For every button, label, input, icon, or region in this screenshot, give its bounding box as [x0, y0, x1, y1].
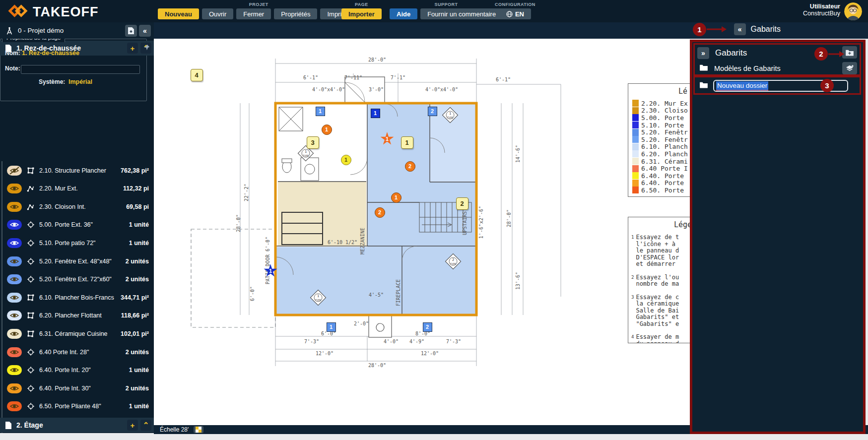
visibility-eye-icon[interactable] [7, 311, 22, 320]
add-takeoff-button[interactable]: + [127, 43, 138, 54]
note-marker[interactable]: 4 [191, 69, 203, 81]
user-block[interactable]: Utilisateur ConstructBuy [803, 3, 840, 17]
item-label: 6.31. Céramique Cuisine [39, 330, 121, 337]
propri-t-s-button[interactable]: Propriétés [274, 8, 317, 19]
scale-checkerboard-icon[interactable] [194, 426, 203, 433]
window-count-marker[interactable]: 2 [423, 322, 432, 332]
item-label: 2.20. Mur Ext. [39, 185, 123, 192]
add-template-button[interactable] [842, 62, 857, 74]
door-count-marker[interactable]: 2 [405, 161, 415, 172]
app-window: TAKEOFF PROJETNouveauOuvrirFermerProprié… [0, 0, 868, 440]
fournir-un-commentaire-button[interactable]: Fournir un commentaire [420, 8, 503, 19]
takeoff-item[interactable]: 6.20. Plancher Flottant118,66 pi² [0, 307, 154, 325]
note-marker[interactable]: 2 [456, 197, 468, 210]
visibility-eye-icon[interactable] [7, 238, 22, 248]
avatar[interactable] [844, 2, 862, 20]
takeoff-item[interactable]: 6.40. Porte Int. 30"2 unités [0, 379, 154, 397]
line-type-icon [27, 185, 35, 192]
annotation-arrow-1 [707, 26, 727, 35]
visibility-eye-icon[interactable] [7, 293, 22, 303]
takeoff-item[interactable]: 2.20. Mur Ext.112,32 pi [0, 180, 154, 198]
takeoff-item[interactable]: 5.20. Fenêtre Ext. 72"x60"2 unités [0, 270, 154, 289]
add-page-button[interactable] [125, 25, 137, 37]
add-folder-button[interactable] [842, 46, 857, 59]
takeoff-item[interactable]: 6.10. Plancher Bois-Francs344,71 pi² [0, 288, 154, 307]
door-count-marker[interactable]: 1 [322, 125, 332, 135]
visibility-eye-icon[interactable] [7, 220, 22, 230]
window-count-marker[interactable]: 1 [327, 322, 336, 332]
svg-text:28'-0": 28'-0" [506, 209, 512, 227]
takeoff-item[interactable]: 6.31. Céramique Cuisine102,01 pi² [0, 324, 154, 343]
legend-item: 6.40 Porte I [628, 165, 690, 172]
visibility-eye-icon[interactable] [7, 401, 22, 411]
legend-item: 2.20. Mur Ex [628, 100, 690, 107]
note-marker[interactable]: 3 [307, 136, 319, 149]
svg-text:6'-0": 6'-0" [250, 286, 255, 301]
note-input[interactable] [21, 65, 140, 74]
visibility-eye-icon[interactable] [7, 184, 22, 193]
ouvrir-button[interactable]: Ouvrir [202, 8, 233, 19]
svg-text:7'-3": 7'-3" [446, 339, 461, 344]
takeoff-item[interactable]: 2.30. Cloison Int.69,58 pi [0, 197, 154, 216]
window-count-marker[interactable]: 2 [428, 107, 437, 116]
drawing-canvas[interactable]: 28'-0"6'-1"7'-11"7'-1"6'-1"4'-0"x4'-0"3'… [154, 39, 690, 425]
globe-icon [506, 11, 513, 17]
legend-item: 2.30. Cloiso [628, 107, 690, 115]
visibility-eye-icon[interactable] [7, 256, 22, 266]
fermer-button[interactable]: Fermer [236, 8, 271, 19]
nouveau-button[interactable]: Nouveau [158, 8, 199, 19]
pin-icon[interactable] [143, 44, 150, 53]
expand-panel-button[interactable]: » [697, 47, 709, 59]
notes-title: Lége [628, 220, 690, 229]
collapse-section-button[interactable]: ⌃ [140, 420, 151, 431]
visibility-eye-icon[interactable] [7, 383, 22, 393]
takeoff-item[interactable]: 6.50. Porte Pliante 48"1 unité [0, 397, 154, 416]
project-bar: 0 - Projet démo « [0, 22, 154, 39]
visibility-eye-icon[interactable] [7, 202, 22, 212]
takeoff-item[interactable]: 6.40 Porte Int. 28"2 unités [0, 343, 154, 361]
door-count-marker[interactable]: 1 [341, 155, 351, 165]
visibility-eye-icon[interactable] [7, 274, 22, 284]
takeoff-item[interactable]: 5.20. Fenêtre Ext. 48"x48"2 unités [0, 252, 154, 270]
svg-text:7'-11": 7'-11" [344, 75, 362, 80]
visibility-eye-off-icon[interactable] [7, 166, 22, 176]
takeoff-item[interactable]: 5.10. Porte patio 72"1 unité [0, 234, 154, 252]
legend-swatch [632, 172, 639, 179]
annotation-arrow-2 [828, 51, 844, 60]
visibility-eye-icon[interactable] [7, 329, 22, 339]
visibility-eye-icon[interactable] [7, 365, 22, 375]
door-count-marker[interactable]: 1 [391, 192, 401, 203]
importer-button[interactable]: Importer [341, 8, 382, 19]
note-item: 2Essayez l'ou nombre de ma [631, 274, 690, 288]
collapse-panel-button[interactable]: « [734, 23, 746, 35]
compass-icon [5, 26, 14, 35]
door-count-marker[interactable]: 1 [371, 109, 380, 118]
add-takeoff-button[interactable]: + [127, 420, 138, 431]
legend-swatch [632, 136, 639, 143]
section-header-etage[interactable]: 2. Étage + ⌃ [0, 418, 154, 433]
svg-text:TYPE: TYPE [450, 262, 456, 265]
takeoff-item[interactable]: 2.10. Structure Plancher762,38 pi² [0, 161, 154, 180]
svg-text:14'-6": 14'-6" [515, 145, 521, 163]
note-marker[interactable]: 1 [401, 136, 413, 149]
page-name-value[interactable]: 1. Rez-de-chaussée [22, 50, 79, 57]
system-value[interactable]: Impérial [68, 78, 92, 85]
takeoff-item[interactable]: 5.00. Porte Ext. 36"1 unité [0, 216, 154, 234]
visibility-eye-icon[interactable] [7, 347, 22, 357]
door-count-marker[interactable]: 2 [375, 207, 385, 218]
svg-text:22'-2": 22'-2" [244, 184, 249, 201]
window-count-marker[interactable]: 1 [316, 107, 325, 116]
en-button[interactable]: EN [499, 8, 531, 19]
item-value: 762,38 pi² [121, 167, 149, 174]
aide-button[interactable]: Aide [390, 8, 417, 19]
svg-text:12'-0": 12'-0" [421, 351, 439, 356]
section-title: 2. Étage [16, 421, 127, 429]
tab-page-properties[interactable]: Propriétés de la page [2, 39, 65, 42]
legend-item: 5.20. Fenêtr [628, 128, 690, 136]
annotation-circle-1: 1 [693, 23, 706, 36]
plan-legend: Lé 2.20. Mur Ex2.30. Cloiso5.00. Porte5.… [628, 83, 690, 197]
models-folder-row[interactable]: Modèles de Gabarits [699, 64, 781, 73]
scale-label: Échelle 28' [160, 426, 189, 433]
takeoff-item[interactable]: 6.40. Porte Int. 20"1 unité [0, 361, 154, 379]
collapse-sidebar-button[interactable]: « [139, 25, 151, 37]
